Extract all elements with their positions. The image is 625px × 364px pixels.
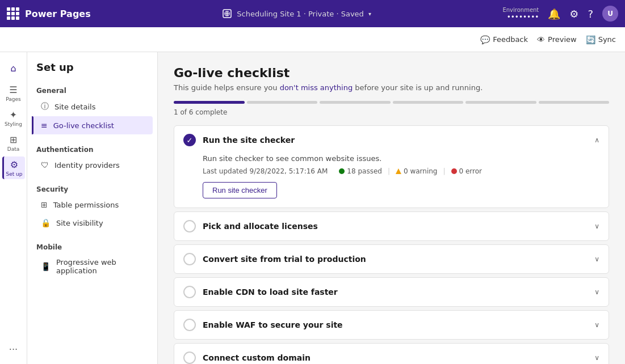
sidebar-item-setup[interactable]: ⚙ Set up xyxy=(2,156,25,179)
warning-badge: 0 warning xyxy=(396,167,438,175)
expand-icon-6: ∨ xyxy=(594,354,599,362)
run-site-checker-button[interactable]: Run site checker xyxy=(203,182,277,198)
checklist-item-convert: Convert site from trial to production ∨ xyxy=(174,244,609,274)
feedback-icon: 💬 xyxy=(480,35,490,44)
secondary-toolbar: 💬 Feedback 👁 Preview 🔄 Sync xyxy=(0,27,625,52)
nav-item-identity-providers[interactable]: 🛡 Identity providers xyxy=(32,156,153,174)
expanded-meta-1: Last updated 9/28/2022, 5:17:16 AM 18 pa… xyxy=(203,167,599,175)
waffle-icon[interactable] xyxy=(7,7,19,20)
main-layout: ⌂ ☰ Pages ✦ Styling ⊞ Data ⚙ Set up ··· … xyxy=(0,52,625,364)
checklist-header-domain[interactable]: Connect custom domain ∨ xyxy=(174,344,609,364)
green-dot xyxy=(339,168,345,174)
settings-icon[interactable]: ⚙ xyxy=(569,8,578,20)
expand-icon-2: ∨ xyxy=(594,222,599,230)
check-circle-1: ✓ xyxy=(183,134,196,146)
collapse-icon-1: ∧ xyxy=(594,136,599,144)
progress-track xyxy=(174,101,609,104)
content-area: Go-live checklist This guide helps ensur… xyxy=(158,52,625,364)
red-dot xyxy=(451,168,457,174)
checklist-title-4: Enable CDN to load site faster xyxy=(203,287,588,297)
environment-label: Environment xyxy=(502,7,539,13)
sidebar-item-styling[interactable]: ✦ Styling xyxy=(2,107,25,129)
sidebar-item-home[interactable]: ⌂ xyxy=(2,57,25,79)
checklist-header-licenses[interactable]: Pick and allocate licenses ∨ xyxy=(174,212,609,240)
checklist-item-cdn: Enable CDN to load site faster ∨ xyxy=(174,277,609,307)
table-perm-icon: ⊞ xyxy=(41,200,48,209)
checklist-item-run-site-checker: ✓ Run the site checker ∧ Run site checke… xyxy=(174,125,609,208)
progress-seg-4 xyxy=(393,101,464,104)
setup-icon: ⚙ xyxy=(10,159,18,170)
preview-icon: 👁 xyxy=(537,35,545,44)
nav-section-authentication: Authentication xyxy=(27,141,157,156)
last-updated: Last updated 9/28/2022, 5:17:16 AM xyxy=(203,167,328,175)
checklist-item-licenses: Pick and allocate licenses ∨ xyxy=(174,211,609,241)
mobile-icon: 📱 xyxy=(41,262,51,271)
nav-section-mobile: Mobile xyxy=(27,239,157,253)
progress-seg-6 xyxy=(539,101,610,104)
checklist-title-2: Pick and allocate licenses xyxy=(203,222,588,231)
nav-item-site-details[interactable]: ⓘ Site details xyxy=(32,97,153,116)
app-branding: Power Pages xyxy=(7,7,91,20)
top-navbar: Power Pages Scheduling Site 1 · Private … xyxy=(0,0,625,27)
nav-panel-title: Set up xyxy=(27,61,157,82)
visibility-icon: 🔒 xyxy=(41,218,51,227)
sync-button[interactable]: 🔄 Sync xyxy=(586,35,616,44)
checklist-icon: ≡ xyxy=(41,121,48,130)
feedback-button[interactable]: 💬 Feedback xyxy=(480,35,528,44)
passed-badge: 18 passed xyxy=(339,167,382,175)
expand-icon-3: ∨ xyxy=(594,255,599,263)
expand-icon-5: ∨ xyxy=(594,321,599,329)
nav-item-go-live-checklist[interactable]: ≡ Go-live checklist xyxy=(32,116,153,134)
sidebar-item-data[interactable]: ⊞ Data xyxy=(2,132,25,154)
user-avatar[interactable]: U xyxy=(602,6,618,22)
check-circle-5 xyxy=(183,319,196,331)
progress-label: 1 of 6 complete xyxy=(174,108,609,116)
page-subtitle: This guide helps ensure you don't miss a… xyxy=(174,83,609,92)
site-details-icon: ⓘ xyxy=(41,101,49,112)
check-circle-6 xyxy=(183,352,196,364)
site-chevron-icon[interactable]: ▾ xyxy=(368,11,371,17)
check-circle-2 xyxy=(183,220,196,232)
site-title[interactable]: Scheduling Site 1 · Private · Saved xyxy=(237,10,364,18)
checklist-header-cdn[interactable]: Enable CDN to load site faster ∨ xyxy=(174,278,609,306)
site-info: Scheduling Site 1 · Private · Saved ▾ xyxy=(98,9,496,19)
help-icon[interactable]: ? xyxy=(588,8,593,20)
identity-icon: 🛡 xyxy=(41,160,49,170)
app-name: Power Pages xyxy=(25,9,91,19)
data-icon: ⊞ xyxy=(10,134,17,145)
expand-icon-4: ∨ xyxy=(594,288,599,296)
progress-seg-3 xyxy=(320,101,391,104)
check-circle-4 xyxy=(183,286,196,298)
checklist-header-waf[interactable]: Enable WAF to secure your site ∨ xyxy=(174,311,609,339)
checklist-title-1: Run the site checker xyxy=(203,136,588,145)
more-icon[interactable]: ··· xyxy=(5,340,22,359)
notification-icon[interactable]: 🔔 xyxy=(548,8,560,20)
checklist-item-waf: Enable WAF to secure your site ∨ xyxy=(174,310,609,340)
sidebar-item-pages[interactable]: ☰ Pages xyxy=(2,82,25,104)
progress-seg-1 xyxy=(174,101,245,104)
warning-triangle xyxy=(396,168,401,174)
pages-icon: ☰ xyxy=(9,84,17,95)
environment-name: •••••••• xyxy=(507,13,539,21)
expanded-desc-1: Run site checker to see common website i… xyxy=(203,154,599,163)
progress-seg-2 xyxy=(247,101,318,104)
nav-section-security: Security xyxy=(27,181,157,196)
nav-panel: Set up General ⓘ Site details ≡ Go-live … xyxy=(27,52,158,364)
nav-item-table-permissions[interactable]: ⊞ Table permissions xyxy=(32,196,153,214)
nav-section-general: General xyxy=(27,82,157,97)
checklist-header-convert[interactable]: Convert site from trial to production ∨ xyxy=(174,245,609,273)
checklist-item-domain: Connect custom domain ∨ xyxy=(174,343,609,364)
checklist-header-run-site-checker[interactable]: ✓ Run the site checker ∧ xyxy=(174,126,609,154)
nav-item-progressive-web-app[interactable]: 📱 Progressive web application xyxy=(32,253,153,280)
preview-button[interactable]: 👁 Preview xyxy=(537,35,577,44)
home-icon: ⌂ xyxy=(10,63,16,74)
styling-icon: ✦ xyxy=(10,109,17,120)
checklist-title-6: Connect custom domain xyxy=(203,353,588,362)
nav-item-site-visibility[interactable]: 🔒 Site visibility xyxy=(32,214,153,232)
page-title: Go-live checklist xyxy=(174,66,609,80)
checklist: ✓ Run the site checker ∧ Run site checke… xyxy=(174,125,609,364)
checklist-expanded-1: Run site checker to see common website i… xyxy=(174,154,609,208)
site-icon xyxy=(222,9,232,19)
check-circle-3 xyxy=(183,253,196,265)
top-nav-actions: Environment •••••••• 🔔 ⚙ ? U xyxy=(502,6,618,22)
